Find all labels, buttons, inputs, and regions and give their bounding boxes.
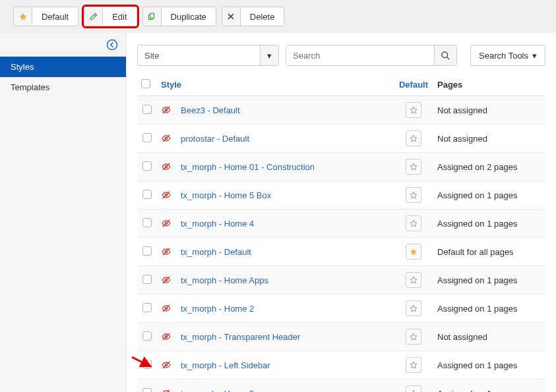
- sidebar-collapse[interactable]: [0, 33, 126, 57]
- style-link[interactable]: tx_morph - Left Sidebar: [181, 360, 270, 370]
- eye-slash-icon[interactable]: [161, 304, 171, 313]
- table-row: tx_morph - Home 2Assigned on 1 pages: [137, 294, 545, 323]
- sidebar-item-styles[interactable]: Styles: [0, 57, 126, 77]
- svg-point-0: [108, 40, 117, 49]
- collapse-icon: [106, 39, 118, 51]
- row-checkbox[interactable]: [142, 218, 152, 227]
- table-row: tx_morph - Home 5 BoxAssigned on 1 pages: [137, 181, 545, 210]
- sidebar: Styles Templates: [0, 33, 127, 392]
- table-row: tx_morph - Home 01 - ConstructionAssigne…: [137, 153, 545, 181]
- default-star-button[interactable]: [406, 272, 421, 288]
- default-star-button[interactable]: [406, 130, 421, 146]
- caret-down-icon: ▾: [532, 51, 537, 61]
- eye-slash-icon[interactable]: [161, 389, 171, 392]
- style-link[interactable]: tx_morph - Default: [181, 247, 251, 257]
- col-style[interactable]: Style: [161, 80, 181, 90]
- delete-label: Delete: [241, 7, 284, 26]
- star-icon: [14, 7, 32, 26]
- search-input[interactable]: [286, 45, 434, 65]
- eye-slash-icon[interactable]: [161, 332, 171, 341]
- eye-slash-icon[interactable]: [161, 360, 171, 370]
- table-row: Beez3 - DefaultNot assigned: [137, 96, 545, 125]
- style-link[interactable]: tx_morph - Transparent Header: [181, 332, 300, 342]
- svg-point-1: [442, 51, 448, 57]
- default-button[interactable]: Default: [13, 7, 78, 26]
- default-star-button[interactable]: [406, 300, 421, 316]
- edit-label: Edit: [103, 7, 136, 26]
- default-star-button[interactable]: [406, 187, 421, 203]
- style-link[interactable]: tx_morph - Home 2: [181, 304, 254, 314]
- row-checkbox[interactable]: [142, 133, 152, 142]
- row-checkbox[interactable]: [142, 360, 152, 369]
- site-select[interactable]: Site ▾: [137, 45, 279, 66]
- eye-slash-icon[interactable]: [161, 275, 171, 285]
- style-link[interactable]: tx_morph - Home 01 - Construction: [181, 162, 315, 172]
- default-star-button[interactable]: [406, 215, 421, 231]
- row-checkbox[interactable]: [142, 105, 152, 114]
- pages-cell: Assigned on 1 pages: [433, 181, 545, 210]
- eye-slash-icon[interactable]: [161, 162, 171, 171]
- search-tools-label: Search Tools: [479, 51, 528, 61]
- eye-slash-icon[interactable]: [161, 190, 171, 200]
- pages-cell: Assigned on 1 pages: [433, 210, 545, 238]
- default-label: Default: [32, 7, 78, 26]
- style-link[interactable]: Beez3 - Default: [181, 105, 240, 115]
- eye-slash-icon[interactable]: [161, 134, 171, 143]
- row-checkbox[interactable]: [142, 275, 152, 284]
- eye-slash-icon[interactable]: [161, 219, 171, 228]
- style-link[interactable]: tx_morph - Home 3: [181, 389, 254, 393]
- default-star-button[interactable]: [406, 102, 421, 118]
- duplicate-button[interactable]: Duplicate: [142, 7, 216, 26]
- table-row: tx_morph - Home AppsAssigned on 1 pages: [137, 266, 545, 294]
- eye-slash-icon[interactable]: [161, 105, 171, 115]
- sidebar-item-label: Templates: [11, 82, 49, 92]
- pages-cell: Assigned on 1 pages: [433, 294, 545, 323]
- sidebar-item-templates[interactable]: Templates: [0, 77, 126, 98]
- table-row: tx_morph - Home 4Assigned on 1 pages: [137, 210, 545, 238]
- select-all-checkbox[interactable]: [141, 79, 150, 88]
- search-button[interactable]: [434, 45, 456, 65]
- row-checkbox[interactable]: [142, 246, 152, 256]
- pages-cell: Assigned on 1 pages: [433, 266, 545, 294]
- eye-slash-icon[interactable]: [161, 247, 171, 256]
- sidebar-item-label: Styles: [11, 62, 34, 72]
- row-checkbox[interactable]: [142, 190, 152, 199]
- style-link[interactable]: tx_morph - Home Apps: [181, 275, 268, 285]
- edit-icon: [84, 7, 103, 26]
- default-star-button[interactable]: [406, 159, 421, 175]
- pages-cell: Not assigned: [433, 125, 545, 153]
- default-star-button[interactable]: [406, 385, 421, 392]
- duplicate-label: Duplicate: [162, 7, 216, 26]
- row-checkbox[interactable]: [142, 331, 152, 341]
- pages-cell: Not assigned: [433, 323, 545, 351]
- search-icon: [441, 51, 450, 61]
- copy-icon: [143, 7, 162, 26]
- chevron-down-icon: ▾: [260, 45, 278, 65]
- row-checkbox[interactable]: [142, 388, 152, 393]
- delete-button[interactable]: Delete: [222, 7, 285, 26]
- row-checkbox[interactable]: [142, 161, 152, 171]
- default-star-button[interactable]: [406, 357, 421, 373]
- styles-table: Style Default Pages Beez3 - DefaultNot a…: [137, 74, 545, 392]
- table-row: tx_morph - DefaultDefault for all pages: [137, 238, 545, 266]
- pages-cell: Assigned on 1 pages: [433, 351, 545, 379]
- pages-cell: Default for all pages: [433, 238, 545, 266]
- site-select-value: Site: [138, 45, 260, 65]
- table-row: protostar - DefaultNot assigned: [137, 125, 545, 153]
- pages-cell: Assigned on 1 pages: [433, 379, 545, 393]
- default-star-button[interactable]: [406, 329, 421, 345]
- search-tools-button[interactable]: Search Tools ▾: [470, 45, 545, 66]
- pages-cell: Not assigned: [433, 96, 545, 125]
- toolbar: Default Edit Duplicate Delete: [0, 0, 556, 33]
- style-link[interactable]: tx_morph - Home 4: [181, 219, 254, 229]
- edit-button[interactable]: Edit: [84, 7, 137, 26]
- col-pages: Pages: [433, 74, 545, 96]
- pages-cell: Assigned on 2 pages: [433, 153, 545, 181]
- col-default[interactable]: Default: [399, 80, 428, 90]
- close-icon: [222, 7, 241, 26]
- row-checkbox[interactable]: [142, 303, 152, 312]
- search-field: [286, 45, 457, 66]
- style-link[interactable]: tx_morph - Home 5 Box: [181, 190, 271, 200]
- default-star-button[interactable]: [406, 244, 421, 260]
- style-link[interactable]: protostar - Default: [181, 134, 249, 144]
